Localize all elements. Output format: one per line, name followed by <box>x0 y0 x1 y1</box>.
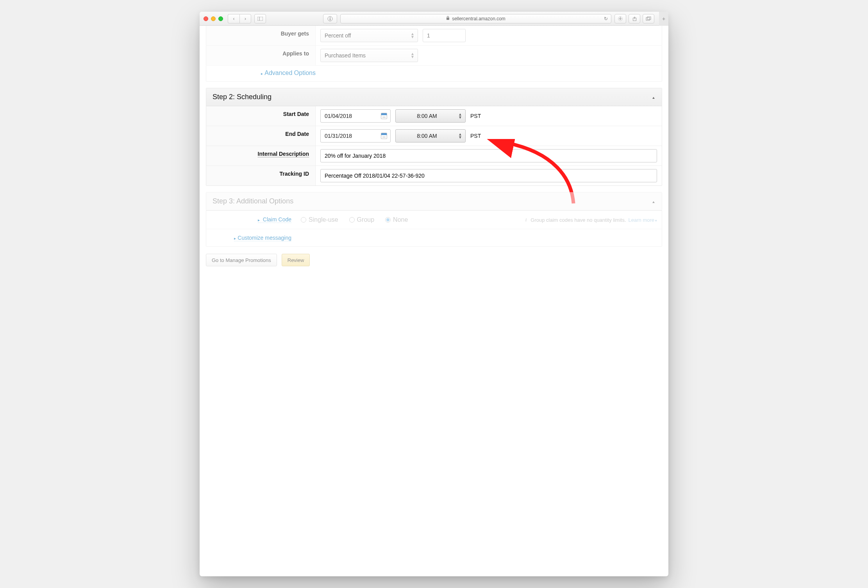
end-time-select[interactable]: 8:00 AM ▲▼ <box>395 129 466 143</box>
forward-button[interactable]: › <box>239 14 251 23</box>
lock-icon <box>446 16 450 21</box>
tracking-id-label: Tracking ID <box>206 166 316 185</box>
chevron-updown-icon: ▲▼ <box>411 32 414 39</box>
collapse-icon <box>652 93 655 101</box>
step1-panel-partial: Buyer gets Percent off ▲▼ Applies to Pur… <box>206 26 662 82</box>
buyer-gets-label: Buyer gets <box>206 26 316 45</box>
fullscreen-window-button[interactable] <box>218 16 223 21</box>
svg-rect-8 <box>646 18 650 20</box>
svg-rect-4 <box>330 18 330 20</box>
nav-buttons: ‹ › <box>228 14 251 23</box>
radio-group[interactable]: Group <box>349 216 374 223</box>
minimize-window-button[interactable] <box>211 16 216 21</box>
start-timezone-label: PST <box>470 113 481 119</box>
step2-header[interactable]: Step 2: Scheduling <box>206 88 662 106</box>
collapse-icon <box>652 197 655 205</box>
calendar-icon <box>381 133 387 139</box>
step3-panel: Step 3: Additional Options Claim Code Si… <box>206 192 662 247</box>
tracking-id-input[interactable] <box>320 169 657 182</box>
svg-rect-0 <box>257 17 263 21</box>
internal-description-input[interactable] <box>320 149 657 162</box>
chevron-updown-icon: ▲▼ <box>458 113 462 119</box>
applies-to-label: Applies to <box>206 46 316 65</box>
browser-window: ‹ › sellercentral.amazon.com ↻ <box>200 12 668 576</box>
chevron-updown-icon: ▲▼ <box>411 52 414 59</box>
browser-toolbar: ‹ › sellercentral.amazon.com ↻ <box>200 12 668 26</box>
sidebar-button[interactable] <box>254 14 266 23</box>
window-controls <box>204 16 223 21</box>
start-time-select[interactable]: 8:00 AM ▲▼ <box>395 109 466 123</box>
radio-single-use[interactable]: Single-use <box>301 216 338 223</box>
advanced-options-toggle[interactable]: Advanced Options <box>261 69 316 76</box>
info-icon: i <box>525 217 527 223</box>
step2-panel: Step 2: Scheduling Start Date 01/04/2018… <box>206 88 662 186</box>
svg-rect-3 <box>330 17 330 18</box>
step3-header[interactable]: Step 3: Additional Options <box>206 192 662 210</box>
end-date-label: End Date <box>206 126 316 146</box>
chevron-updown-icon: ▲▼ <box>458 133 462 139</box>
buyer-gets-select[interactable]: Percent off ▲▼ <box>320 29 418 42</box>
claim-code-info: i Group claim codes have no quantity lim… <box>525 217 657 223</box>
manage-promotions-button[interactable]: Go to Manage Promotions <box>206 254 277 266</box>
back-button[interactable]: ‹ <box>228 14 239 23</box>
applies-to-select[interactable]: Purchased Items ▲▼ <box>320 49 418 62</box>
learn-more-link[interactable]: Learn more <box>629 217 657 223</box>
radio-none[interactable]: None <box>385 216 408 223</box>
share-button[interactable] <box>629 14 640 23</box>
footer-buttons: Go to Manage Promotions Review <box>206 254 662 266</box>
start-date-input[interactable]: 01/04/2018 <box>320 109 391 123</box>
buyer-gets-value-input[interactable] <box>423 29 466 42</box>
page-content: Buyer gets Percent off ▲▼ Applies to Pur… <box>200 26 668 273</box>
end-date-input[interactable]: 01/31/2018 <box>320 129 391 143</box>
tabs-button[interactable] <box>643 14 654 23</box>
end-timezone-label: PST <box>470 133 481 139</box>
reload-button[interactable]: ↻ <box>604 16 608 21</box>
customize-messaging-toggle[interactable]: Customize messaging <box>234 235 291 241</box>
claim-code-toggle[interactable]: Claim Code <box>258 216 291 223</box>
start-date-label: Start Date <box>206 106 316 126</box>
calendar-icon <box>381 113 387 119</box>
internal-description-label: Internal Description <box>206 146 316 166</box>
svg-rect-5 <box>447 18 449 20</box>
review-button[interactable]: Review <box>282 254 310 266</box>
close-window-button[interactable] <box>204 16 208 21</box>
address-bar[interactable]: sellercentral.amazon.com ↻ <box>340 14 611 23</box>
downloads-button[interactable] <box>614 14 626 23</box>
new-tab-button[interactable]: + <box>659 12 668 26</box>
svg-rect-9 <box>647 17 651 20</box>
reader-button[interactable] <box>323 14 337 23</box>
url-text: sellercentral.amazon.com <box>452 16 505 21</box>
